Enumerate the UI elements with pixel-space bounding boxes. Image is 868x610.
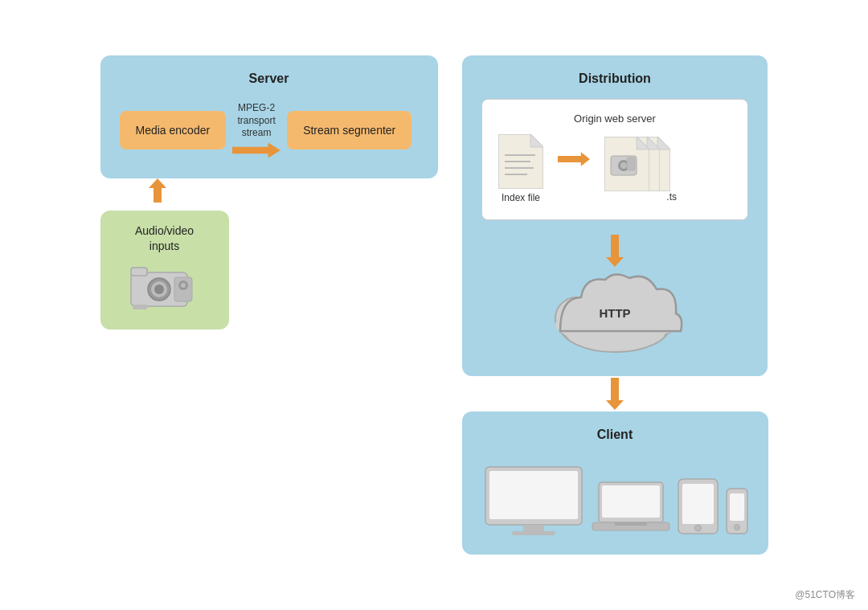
http-cloud-section: HTTP — [481, 268, 748, 357]
index-file-icon — [498, 134, 543, 189]
dist-to-http-arrow — [481, 233, 748, 268]
audio-video-box: Audio/videoinputs — [100, 211, 229, 330]
http-to-client-arrow — [606, 376, 624, 411]
index-file-container: Index file — [498, 134, 543, 203]
tablet-icon — [676, 477, 720, 535]
ts-doc-front — [604, 137, 649, 191]
phone-icon — [725, 487, 749, 535]
svg-rect-27 — [627, 158, 635, 170]
svg-marker-39 — [606, 378, 624, 410]
audio-video-label: Audio/videoinputs — [117, 223, 213, 255]
svg-rect-41 — [489, 471, 578, 519]
svg-rect-42 — [523, 525, 544, 531]
index-to-ts-arrow — [551, 150, 596, 187]
client-box: Client — [462, 411, 768, 555]
svg-rect-47 — [615, 522, 647, 526]
svg-marker-1 — [149, 178, 166, 203]
laptop-icon — [591, 479, 671, 535]
right-column: Distribution Origin web server — [462, 55, 768, 555]
client-title: Client — [481, 428, 749, 442]
svg-rect-43 — [512, 531, 555, 535]
svg-marker-17 — [558, 152, 590, 166]
http-label: HTTP — [599, 306, 630, 320]
server-and-audio-column: Server Media encoder MPEG-2transportstre… — [100, 55, 438, 330]
svg-marker-0 — [232, 142, 280, 158]
cloud-container: HTTP — [542, 268, 687, 357]
mpeg-arrow-container: MPEG-2transportstream — [226, 102, 287, 159]
svg-marker-28 — [606, 235, 624, 267]
arrow-up-container — [100, 178, 166, 203]
svg-point-26 — [620, 162, 627, 169]
media-encoder-box: Media encoder — [120, 111, 227, 149]
top-row: Server Media encoder MPEG-2transportstre… — [16, 55, 852, 555]
svg-rect-49 — [682, 484, 714, 524]
desktop-monitor-icon — [481, 463, 586, 535]
camera-icon — [117, 263, 213, 313]
mpeg-label: MPEG-2transportstream — [237, 102, 275, 140]
server-inner: Media encoder MPEG-2transportstream S — [120, 102, 419, 159]
main-container: Server Media encoder MPEG-2transportstre… — [0, 0, 868, 610]
svg-rect-10 — [133, 305, 147, 309]
ts-files-stack: .ts — [604, 137, 677, 201]
svg-point-50 — [694, 525, 701, 531]
mpeg-arrow — [232, 141, 280, 159]
stream-segmenter-box: Stream segmenter — [287, 111, 411, 149]
svg-rect-52 — [730, 493, 744, 521]
svg-point-9 — [181, 283, 186, 288]
distribution-title: Distribution — [481, 72, 748, 86]
origin-inner: Index file — [498, 134, 731, 203]
svg-point-53 — [734, 525, 739, 530]
arrow-up-svg — [149, 178, 166, 203]
svg-marker-23 — [637, 137, 649, 149]
media-encoder-label: Media encoder — [136, 124, 211, 137]
index-file-label: Index file — [502, 192, 540, 203]
origin-server-label: Origin web server — [498, 113, 731, 125]
server-box: Server Media encoder MPEG-2transportstre… — [100, 55, 438, 178]
ts-label: .ts — [666, 191, 677, 203]
stream-segmenter-label: Stream segmenter — [303, 124, 395, 137]
watermark: @51CTO博客 — [795, 588, 855, 602]
server-title: Server — [120, 72, 419, 86]
distribution-box: Distribution Origin web server — [462, 55, 768, 376]
svg-rect-6 — [131, 268, 147, 276]
svg-marker-12 — [530, 134, 543, 147]
origin-server-box: Origin web server — [481, 99, 748, 220]
client-devices — [481, 455, 749, 535]
svg-point-5 — [154, 285, 164, 294]
svg-rect-45 — [602, 485, 660, 518]
